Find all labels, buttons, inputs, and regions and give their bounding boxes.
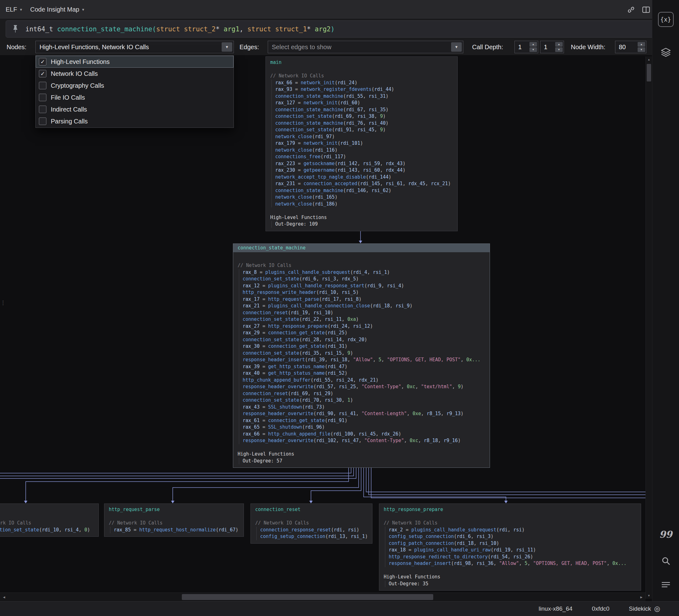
function-signature[interactable]: int64_t connection_state_machine(struct …	[6, 21, 654, 38]
signature-row: int64_t connection_state_machine(struct …	[0, 19, 679, 39]
code-line: // Network IO Calls	[379, 520, 641, 527]
horizontal-scrollbar[interactable]: ◀ ▶	[0, 592, 645, 601]
graph-node-connection_state_machine[interactable]: connection_state_machine// Network IO Ca…	[233, 243, 490, 468]
checkbox-checked[interactable]: ✓	[39, 58, 46, 66]
pin-icon[interactable]	[12, 25, 19, 34]
code-line: response_header_overwrite(rdi_102, rsi_4…	[239, 437, 490, 444]
call-depth-down-value: 1	[544, 43, 547, 51]
graph-node-main[interactable]: main// Network IO Callsrax_66 = network_…	[265, 57, 458, 231]
dropdown-option-file-io-calls[interactable]: File IO Calls	[36, 92, 233, 103]
dropdown-option-label: Cryptography Calls	[51, 82, 104, 89]
spinner-up-icon[interactable]: ▲	[555, 42, 563, 47]
sidekick-badge-icon[interactable]: 99	[659, 529, 672, 540]
checkbox-checked[interactable]: ✓	[39, 70, 46, 77]
code-line: network_close(rdi_97)	[271, 134, 457, 140]
graph-node-http_request_parse[interactable]: http_request_parse// Network IO Callsrax…	[104, 504, 244, 537]
spinner-up-icon[interactable]: ▲	[638, 42, 645, 47]
horizontal-scrollbar-thumb[interactable]	[182, 594, 433, 600]
checkbox-unchecked[interactable]	[39, 94, 46, 101]
code-line: // Network IO Calls	[0, 520, 98, 527]
code-line: connection_set_state(rdi_70, rsi_30, 1)	[239, 397, 490, 404]
menu-elf[interactable]: ELF ▾	[6, 6, 22, 13]
checkbox-unchecked[interactable]	[39, 106, 46, 113]
checkbox-unchecked[interactable]	[39, 82, 46, 89]
chevron-down-icon[interactable]: ▼	[451, 42, 462, 52]
code-line: http_response_redirect_to_directory(rdi_…	[385, 554, 641, 560]
dropdown-option-parsing-calls[interactable]: Parsing Calls	[36, 115, 233, 127]
dropdown-option-label: Indirect Calls	[51, 106, 87, 113]
node-footer-line: High-Level Functions	[266, 214, 457, 221]
call-depth-up-value: 1	[518, 43, 522, 51]
scroll-left-icon[interactable]: ◀	[0, 593, 8, 601]
signature-token: *	[216, 25, 220, 33]
spinner-down-icon[interactable]: ▼	[555, 47, 563, 52]
code-line: network_close(rdi_165)	[271, 194, 457, 201]
code-line: connection_reset(rdi_69, rsi_29)	[239, 390, 490, 397]
dropdown-option-label: Parsing Calls	[51, 118, 88, 125]
dropdown-option-cryptography-calls[interactable]: Cryptography Calls	[36, 79, 233, 92]
scroll-right-icon[interactable]: ▶	[637, 593, 645, 601]
menu-elf-label: ELF	[6, 6, 17, 13]
dropdown-option-indirect-calls[interactable]: Indirect Calls	[36, 103, 233, 115]
dropdown-option-high-level-functions[interactable]: ✓High-Level Functions	[36, 56, 233, 68]
call-depth-up-spinner[interactable]: 1 ▲ ▼	[514, 41, 538, 53]
code-line: rax_179 = network_init(rdi_101)	[271, 140, 457, 147]
scroll-down-icon[interactable]: ▼	[646, 592, 652, 599]
vertical-scrollbar[interactable]: ▲ ▼	[645, 57, 652, 599]
node-footer-line: Out-Degree: 57	[239, 458, 490, 465]
graph-node-connection_reset[interactable]: connection_reset// Network IO Callsconne…	[251, 504, 373, 544]
call-depth-down-spinner[interactable]: 1 ▲ ▼	[540, 41, 564, 53]
spinner-down-icon[interactable]: ▼	[529, 47, 537, 52]
node-title: main	[266, 59, 457, 66]
link-icon[interactable]	[627, 6, 635, 14]
code-line: connection_set_state(rdi_28, rsi_14, rdx…	[239, 337, 490, 343]
code-line: connection_set_state(rdi_35, rsi_15, 9)	[239, 350, 490, 357]
code-line: rax_8 = plugins_call_handle_subrequest(r…	[239, 269, 490, 276]
vertical-scrollbar-thumb[interactable]	[647, 64, 651, 81]
nodes-dropdown[interactable]: High-Level Functions, Network IO Calls ▼	[35, 41, 234, 53]
code-line: connection_state_machine(rdi_67, rsi_35)	[271, 106, 457, 113]
dropdown-option-network-io-calls[interactable]: ✓Network IO Calls	[36, 68, 233, 79]
code-line: // Network IO Calls	[266, 73, 457, 79]
signature-token: (	[152, 25, 156, 33]
split-view-icon[interactable]	[642, 6, 650, 13]
code-line: response_header_insert(rdi_98, rsi_36, "…	[385, 560, 641, 567]
scroll-up-icon[interactable]: ▲	[646, 57, 652, 63]
node-title	[0, 506, 98, 513]
status-sidekick[interactable]: Sidekick ◎	[629, 605, 660, 613]
checkbox-unchecked[interactable]	[39, 117, 46, 125]
status-platform: linux-x86_64	[539, 605, 573, 612]
code-line: rax_40 = get_http_status_name(rdi_52)	[239, 370, 490, 377]
code-line: network_close(rdi_186)	[271, 201, 457, 208]
signature-token: ,	[239, 25, 247, 33]
node-width-spinner[interactable]: 80 ▲ ▼	[615, 41, 646, 53]
call-depth-label: Call Depth:	[472, 39, 503, 55]
spinner-down-icon[interactable]: ▼	[638, 47, 645, 52]
search-icon[interactable]	[661, 556, 671, 566]
code-line: network_accept_tcp_nagle_disable(rdi_144…	[271, 174, 457, 181]
code-line: rax_30 = connection_get_state(rdi_31)	[239, 343, 490, 350]
code-line: connection_reset(rdi_19, rsi_10)	[239, 310, 490, 316]
code-line: config_patch_connection(rdi_18, rsi_10)	[385, 540, 641, 547]
code-line: // Network IO Calls	[251, 520, 372, 527]
graph-node-http_response_prepare[interactable]: http_response_prepare// Network IO Calls…	[379, 504, 641, 591]
code-line: rax_231 = connection_accepted(rdi_145, r…	[271, 180, 457, 187]
layers-icon[interactable]	[661, 47, 671, 57]
chevron-down-icon[interactable]: ▼	[222, 42, 232, 52]
code-line: connection_set_state(rdi_22, rsi_11, 0xa…	[239, 316, 490, 323]
signature-token: struct_2	[184, 25, 216, 33]
outline-list-icon[interactable]	[661, 581, 671, 589]
menu-bar: ELF ▾ Code Insight Map ▾	[0, 0, 679, 19]
spinner-up-icon[interactable]: ▲	[529, 42, 537, 47]
edges-dropdown[interactable]: Select edges to show ▼	[268, 41, 463, 53]
splitter-handle[interactable]: ⋮	[0, 301, 3, 305]
fx-icon[interactable]: {x}	[658, 12, 674, 27]
code-line: rax_39 = get_http_status_name(rdi_47)	[239, 364, 490, 370]
code-line: // Network IO Calls	[104, 520, 244, 527]
code-line: connection_set_state(rdi_69, rsi_38, 9)	[271, 113, 457, 120]
status-address[interactable]: 0xfdc0	[592, 605, 609, 612]
code-line: http_chunk_append_buffer(rdi_55, rsi_24,…	[239, 377, 490, 384]
graph-node-clipped-left[interactable]: // Network IO Callsconnection_set_state(…	[0, 504, 99, 537]
menu-code-insight-map[interactable]: Code Insight Map ▾	[30, 6, 84, 13]
node-title: http_response_prepare	[379, 506, 641, 513]
